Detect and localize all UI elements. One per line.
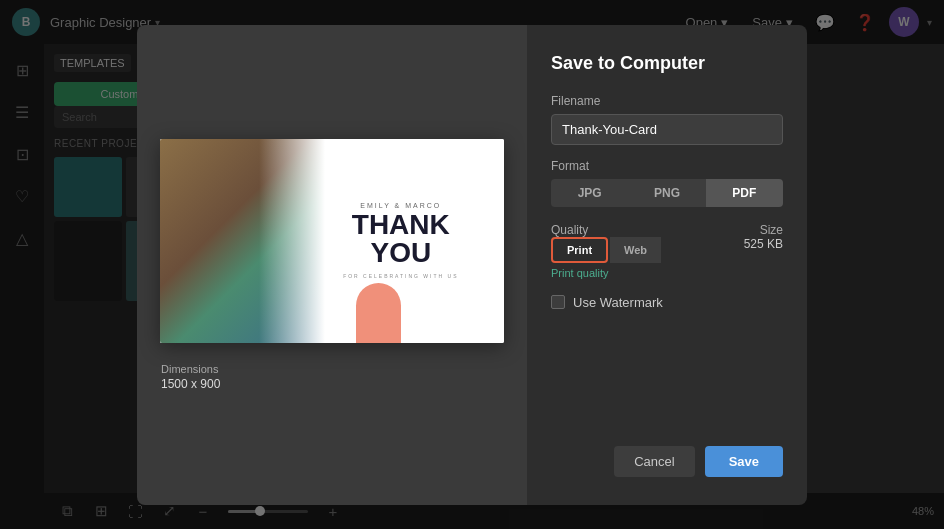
modal-title-text: THANKYOU: [352, 211, 450, 267]
modal-left-panel: EMILY & MARCO THANKYOU FOR CELEBRATING W…: [137, 25, 527, 505]
quality-print-button[interactable]: Print: [551, 237, 608, 263]
format-png-button[interactable]: PNG: [628, 179, 705, 207]
print-quality-link[interactable]: Print quality: [551, 267, 783, 279]
modal-canvas-preview: EMILY & MARCO THANKYOU FOR CELEBRATING W…: [160, 139, 504, 343]
watermark-checkbox[interactable]: [551, 295, 565, 309]
quality-web-button[interactable]: Web: [610, 237, 661, 263]
format-label: Format: [551, 159, 783, 173]
filename-input[interactable]: [551, 114, 783, 145]
format-selector: JPG PNG PDF: [551, 179, 783, 207]
modal-title: Save to Computer: [551, 53, 783, 74]
watermark-label: Use Watermark: [573, 295, 663, 310]
modal-subtitle: EMILY & MARCO: [360, 202, 441, 209]
modal-overlay: EMILY & MARCO THANKYOU FOR CELEBRATING W…: [0, 0, 944, 529]
size-value: 525 KB: [744, 237, 783, 251]
size-label: Size: [744, 223, 783, 237]
watermark-row: Use Watermark: [551, 295, 783, 310]
format-pdf-button[interactable]: PDF: [706, 179, 783, 207]
cancel-button[interactable]: Cancel: [614, 446, 694, 477]
filename-label: Filename: [551, 94, 783, 108]
quality-col: Quality Print Web: [551, 223, 734, 263]
quality-buttons: Print Web: [551, 237, 734, 263]
quality-label: Quality: [551, 223, 734, 237]
format-jpg-button[interactable]: JPG: [551, 179, 628, 207]
quality-size-container: Quality Print Web Size 525 KB: [551, 223, 783, 263]
modal-dimensions-label: Dimensions: [161, 363, 220, 375]
modal-footer-text: FOR CELEBRATING WITH US: [343, 273, 458, 279]
modal-dimensions-value: 1500 x 900: [161, 377, 220, 391]
size-col: Size 525 KB: [734, 223, 783, 251]
modal-right-panel: Save to Computer Filename Format JPG PNG…: [527, 25, 807, 505]
modal-dimensions-section: Dimensions 1500 x 900: [137, 363, 220, 391]
modal-footer: Cancel Save: [551, 446, 783, 477]
save-button[interactable]: Save: [705, 446, 783, 477]
modal-text-area: EMILY & MARCO THANKYOU FOR CELEBRATING W…: [298, 139, 504, 343]
